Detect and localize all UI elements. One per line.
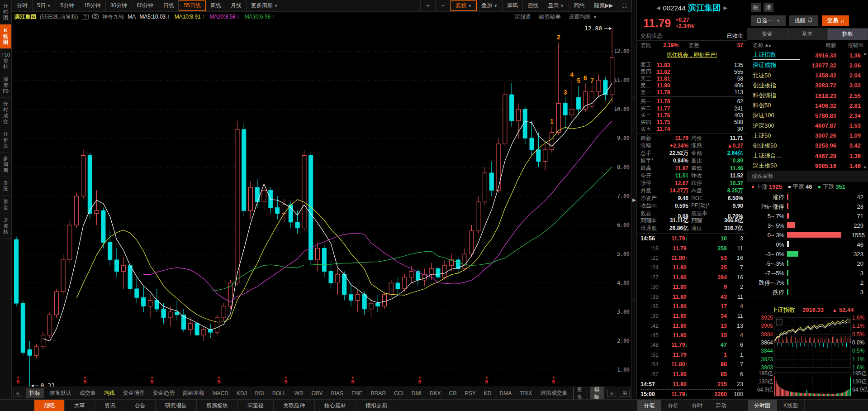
sidebar-item-kxiantu[interactable]: K线图 — [0, 24, 11, 49]
tool-button-－[interactable]: － — [436, 0, 451, 11]
indicator-DMA[interactable]: DMA — [496, 390, 516, 397]
tool-button-画线[interactable]: 画线 — [523, 0, 543, 11]
index-row-上证综合...[interactable]: 上证综合...4467.281.36 — [747, 151, 868, 161]
mini-chart-svg[interactable]: 上证指数3916.33▲52.4439251.6%39051.1%38840.5… — [747, 297, 868, 398]
index-row-深证成指[interactable]: 深证成指13077.322.06 — [747, 60, 868, 70]
tab-资金[interactable]: 资金 — [747, 29, 787, 40]
period-button-分时[interactable]: 分时 — [12, 0, 33, 11]
scroll-left-button[interactable]: « — [14, 390, 22, 397]
sidebar-item-shendu-f9[interactable]: 深度F9 — [0, 73, 11, 98]
footer-tab-模拟交易[interactable]: 模拟交易 — [356, 400, 397, 411]
footer-tab-关联品种[interactable]: 关联品种 — [274, 400, 315, 411]
indicator-两融差额[interactable]: 两融差额 — [179, 389, 209, 397]
index-row-上证50[interactable]: 上证503007.261.09 — [747, 131, 868, 141]
indicator-DKX[interactable]: DKX — [426, 390, 445, 397]
footer-tab-公告[interactable]: 公告 — [125, 400, 156, 411]
tab-指数[interactable]: 指数 — [828, 29, 868, 40]
tool-button-＋[interactable]: ＋ — [420, 0, 436, 11]
tab-基本[interactable]: 基本 — [787, 29, 828, 40]
trade-button[interactable]: 交易↓↑ — [822, 15, 849, 26]
tick-list[interactable]: 14:5611.79↓103:1811.7925811:2111.80↑5316… — [637, 233, 747, 399]
indicator-BIAS[interactable]: BIAS — [327, 390, 347, 397]
event-s-marker[interactable]: S — [485, 379, 488, 384]
footer-tab-股吧[interactable]: 股吧 — [34, 400, 65, 411]
indicator-KDJ[interactable]: KDJ — [232, 390, 251, 397]
index-row-北证50[interactable]: 北证501458.422.04 — [747, 71, 868, 81]
index-row-创业板指[interactable]: 创业板指3083.723.02 — [747, 81, 868, 91]
tool-button-简约[interactable]: 简约 — [569, 0, 589, 11]
indicator-均线[interactable]: 均线 — [100, 389, 119, 397]
tool-button-筹码[interactable]: 筹码 — [503, 0, 523, 11]
index-row-科创50[interactable]: 科创501406.322.81 — [747, 100, 868, 110]
index-tab-分时图[interactable]: 分时图 — [748, 400, 777, 411]
footer-tab-大事[interactable]: 大事 — [65, 400, 95, 411]
indicator-成交量[interactable]: 成交量 — [76, 389, 100, 397]
indicator-虚拟成交量[interactable]: 虚拟成交量 — [536, 389, 572, 397]
scroll-up-icon[interactable]: ▲ — [863, 51, 867, 56]
period-button-更多周期[interactable]: 更多周期▼ — [247, 0, 283, 11]
index-tab-K线图[interactable]: K线图 — [777, 400, 805, 411]
period-button-5分钟[interactable]: 5分钟 — [56, 0, 80, 11]
indicator-WR[interactable]: WR — [290, 390, 307, 397]
footer-tab-所属板块[interactable]: 所属板块 — [197, 400, 238, 411]
indicator-RSI[interactable]: RSI — [251, 390, 268, 397]
chart-link-深股通[interactable]: 深股通 — [515, 13, 531, 21]
indicator-DMI[interactable]: DMI — [408, 390, 426, 397]
period-button-月线[interactable]: 月线 — [226, 0, 247, 11]
next-stock-icon[interactable]: ▶ — [724, 5, 727, 11]
kline-chart[interactable]: 12.0011.0010.009.008.007.006.005.004.003… — [12, 22, 631, 387]
kline-chart-area[interactable]: 12.0011.0010.009.008.007.006.005.004.003… — [12, 22, 631, 387]
period-button-日线[interactable]: 日线 — [158, 0, 179, 11]
indicator-TRIX[interactable]: TRIX — [516, 390, 536, 397]
index-row-上证指数[interactable]: 上证指数3916.331.36 — [747, 50, 868, 60]
mini-index-chart[interactable]: 上证指数3916.33▲52.4439251.6%39051.1%38840.5… — [747, 297, 868, 399]
event-s-marker[interactable]: S — [83, 379, 86, 384]
sidebar-item-duozhouqi[interactable]: 多周期 — [0, 153, 11, 177]
footer-tab-研究报告[interactable]: 研究报告 — [156, 400, 197, 411]
sidebar-item-fenjiabiao[interactable]: 分价表 — [0, 128, 11, 153]
scroll-right-button[interactable]: » — [607, 390, 616, 397]
quote-tab-分价[interactable]: 分价 — [661, 400, 685, 411]
index-row-深证100[interactable]: 深证1005780.832.34 — [747, 110, 868, 120]
period-button-30分钟[interactable]: 30分钟 — [106, 0, 132, 11]
open-account-link[interactable]: 抓住机会，即刻开户! — [667, 51, 717, 59]
indicator-资金博弈[interactable]: 资金博弈 — [119, 389, 149, 397]
watchlist-button[interactable]: 自选一▼ — [751, 15, 786, 26]
indicator-CCI[interactable]: CCI — [390, 390, 408, 397]
panel-splitter[interactable]: ⁞⁞ ▶ ⁞⁞ — [631, 0, 637, 399]
magic-nine-label[interactable]: 神奇九转 — [102, 13, 124, 21]
chart-link-融资融券[interactable]: 融资融券 — [539, 13, 561, 21]
tool-button-显示[interactable]: 显示▼ — [543, 0, 569, 11]
event-s-marker[interactable]: S — [418, 379, 421, 384]
tool-button-叠加[interactable]: 叠加▼ — [477, 0, 503, 11]
indicator-BRAR[interactable]: BRAR — [367, 390, 390, 397]
help-icon[interactable]: ? — [82, 14, 89, 20]
period-button-55日线[interactable]: 55日线 — [179, 0, 205, 11]
tool-button-复权[interactable]: 复权▼ — [451, 0, 477, 11]
grid-layout-icon[interactable]: ⊞ — [620, 390, 630, 397]
indicator-指标[interactable]: 指标 — [26, 388, 44, 398]
event-s-marker[interactable]: S — [284, 379, 287, 384]
sidebar-item-duogu[interactable]: 多股 — [0, 177, 11, 196]
splitter-collapse-icon[interactable]: ▶ — [632, 197, 636, 202]
index-row-创业板50[interactable]: 创业板503253.963.42 — [747, 141, 868, 151]
period-button-60分钟[interactable]: 60分钟 — [132, 0, 158, 11]
event-s-marker[interactable]: S — [351, 379, 354, 384]
quote-tab-分时[interactable]: 分时 — [685, 400, 709, 411]
indicator-CR[interactable]: CR — [445, 390, 461, 397]
footer-tab-核心题材[interactable]: 核心题材 — [315, 400, 356, 411]
indicator-BOLL[interactable]: BOLL — [268, 390, 290, 397]
ma-group-label[interactable]: MA — [128, 14, 136, 20]
scroll-down-icon[interactable]: ▼ — [863, 165, 867, 170]
period-button-5日[interactable]: 5日▼ — [33, 0, 56, 11]
indicator-PSY[interactable]: PSY — [461, 390, 480, 397]
sidebar-item-fenshi-chengjiao[interactable]: 分时成交 — [0, 98, 11, 128]
event-s-marker[interactable]: S — [552, 379, 555, 384]
prev-stock-icon[interactable]: ◀ — [656, 5, 660, 11]
sidebar-item-zijin[interactable]: 资金 — [0, 196, 11, 214]
chart-link-设置均线[interactable]: 设置均线 ▼ — [569, 13, 597, 21]
period-button-周线[interactable]: 周线 — [206, 0, 226, 11]
indicator-资金趋势[interactable]: 资金趋势 — [149, 389, 179, 397]
camera-icon[interactable] — [92, 14, 99, 20]
market-badge-港[interactable]: 港 — [764, 3, 773, 12]
